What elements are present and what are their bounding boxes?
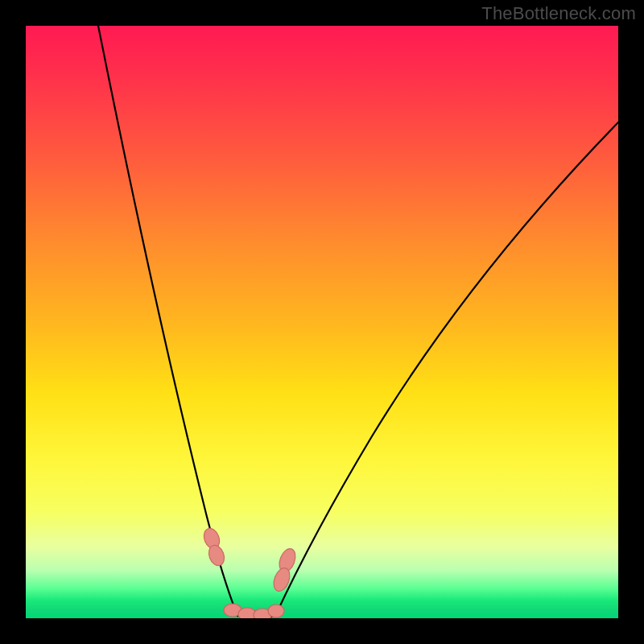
right-curve — [275, 122, 618, 616]
left-curve — [98, 26, 237, 616]
marker-bottom-2 — [238, 608, 256, 618]
chart-frame: TheBottleneck.com — [0, 0, 644, 644]
markers-group — [201, 526, 298, 618]
curve-layer — [26, 26, 618, 618]
plot-area — [26, 26, 618, 618]
marker-bottom-4 — [268, 605, 284, 617]
watermark-text: TheBottleneck.com — [481, 3, 636, 24]
